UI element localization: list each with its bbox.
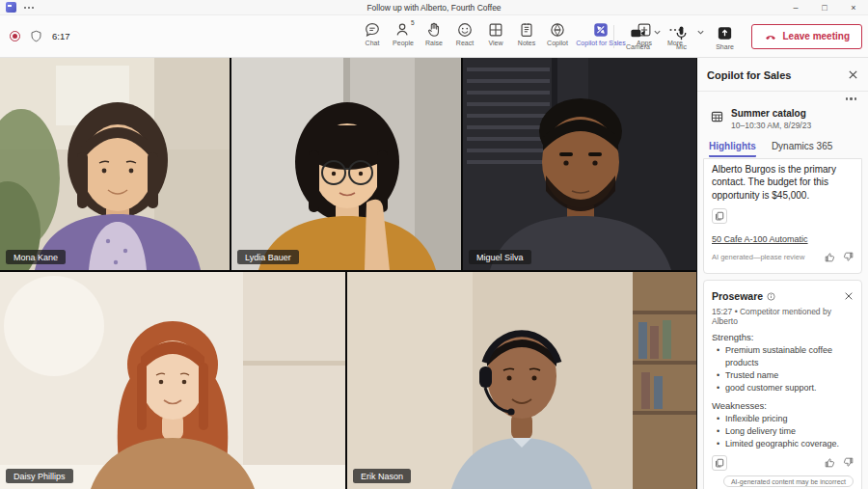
tab-dynamics-365[interactable]: Dynamics 365 (772, 141, 832, 157)
proseware-meta: 15:27 • Competitor mentioned by Alberto (712, 307, 854, 326)
share-label: Share (716, 43, 734, 50)
strengths-label: Strengths: (712, 332, 854, 342)
video-feed-illustration (0, 272, 345, 489)
meeting-timer: 6:17 (52, 31, 70, 41)
copy-button[interactable] (712, 455, 727, 471)
meeting-time: 10–10:30 AM, 8/29/23 (731, 121, 811, 130)
window-titlebar: Follow up with Alberto, Fourth Coffee – … (0, 0, 868, 15)
thumbs-up-icon[interactable] (825, 249, 835, 266)
opportunity-link[interactable]: 50 Cafe A-100 Automatic (712, 234, 808, 244)
view-grid-icon (487, 20, 505, 39)
notes-button[interactable]: Notes (511, 15, 542, 46)
list-item: Inflexible pricing (712, 413, 854, 425)
panel-title: Copilot for Sales (707, 69, 791, 81)
react-button[interactable]: React (449, 15, 480, 46)
proseware-title: Proseware (712, 290, 763, 302)
copilot-icon (549, 20, 567, 39)
strengths-list: Premium sustainable coffee products Trus… (712, 344, 854, 394)
video-tile-mona-kane[interactable]: Mona Kane (0, 58, 230, 270)
mic-icon (672, 24, 691, 42)
highlight-text: Alberto Burgos is the primary contact. T… (712, 163, 854, 203)
camera-options-chevron-icon[interactable] (653, 28, 662, 45)
chat-label: Chat (366, 40, 380, 46)
view-label: View (488, 40, 502, 46)
raise-label: Raise (425, 40, 443, 46)
leave-meeting-label: Leave meeting (783, 31, 850, 41)
leave-meeting-button[interactable]: Leave meeting (751, 24, 862, 49)
participant-nametag: Daisy Phillips (6, 469, 73, 483)
copilot-button[interactable]: Copilot (542, 15, 573, 46)
proseware-close-icon[interactable] (844, 287, 854, 305)
people-icon: 5 (394, 20, 413, 39)
chat-icon (364, 20, 382, 39)
tab-highlights[interactable]: Highlights (709, 141, 756, 157)
camera-button[interactable]: Camera (622, 23, 655, 50)
thumbs-down-icon[interactable] (843, 249, 854, 266)
shield-icon (27, 27, 45, 45)
share-button[interactable]: Share (709, 23, 742, 50)
participant-nametag: Lydia Bauer (237, 250, 299, 264)
panel-close-icon[interactable] (848, 67, 858, 84)
meeting-toolbar: 6:17 Chat 5 People Raise React (0, 15, 868, 58)
list-item: Trusted name (712, 369, 854, 382)
weaknesses-label: Weaknesses: (712, 400, 854, 411)
thumbs-down-icon[interactable] (843, 454, 854, 472)
participant-nametag: Erik Nason (353, 469, 411, 483)
video-tile-daisy-phillips[interactable]: Daisy Phillips (0, 272, 345, 489)
calendar-icon (711, 109, 723, 126)
raise-hand-icon (425, 20, 444, 39)
video-feed-illustration (463, 58, 696, 270)
ai-disclaimer-badge: AI-generated content may be incorrect (723, 475, 854, 487)
hang-up-icon (764, 30, 777, 43)
ai-generated-note: AI generated—please review (712, 253, 804, 261)
recording-indicator-icon (10, 31, 20, 41)
list-item: Premium sustainable coffee products (712, 344, 854, 369)
chat-button[interactable]: Chat (357, 15, 388, 46)
highlight-card: Alberto Burgos is the primary contact. T… (703, 158, 862, 274)
participant-nametag: Mona Kane (6, 250, 66, 264)
people-label: People (393, 40, 414, 46)
video-feed-illustration (0, 58, 230, 270)
video-tile-lydia-bauer[interactable]: Lydia Bauer (231, 58, 461, 270)
camera-label: Camera (626, 43, 650, 50)
proseware-card: Proseware 15:27 • Competitor mentioned b… (703, 280, 862, 489)
participant-nametag: Miguel Silva (469, 250, 531, 264)
view-button[interactable]: View (480, 15, 511, 46)
people-count-badge: 5 (411, 19, 415, 26)
list-item: Long delivery time (712, 425, 854, 438)
window-title: Follow up with Alberto, Fourth Coffee (0, 3, 868, 13)
people-button[interactable]: 5 People (388, 15, 419, 46)
video-tile-miguel-silva[interactable]: Miguel Silva (463, 58, 696, 270)
list-item: Limited geographic coverage. (712, 438, 854, 450)
notes-label: Notes (518, 40, 535, 46)
copy-button[interactable] (712, 208, 727, 224)
toolbar-divider (613, 25, 614, 48)
notes-icon (518, 20, 536, 39)
video-feed-illustration (231, 58, 461, 270)
weaknesses-list: Inflexible pricing Long delivery time Li… (712, 413, 854, 450)
thumbs-up-icon[interactable] (825, 454, 835, 472)
mic-label: Mic (676, 43, 687, 50)
react-smiley-icon (456, 20, 475, 39)
meeting-info: Summer catalog 10–10:30 AM, 8/29/23 (697, 102, 868, 134)
react-label: React (456, 40, 474, 46)
list-item: good customer support. (712, 382, 854, 394)
meeting-title: Summer catalog (731, 108, 811, 119)
copilot-for-sales-panel: Copilot for Sales Summer catalog 10–10:3… (696, 58, 868, 489)
mic-options-chevron-icon[interactable] (696, 28, 705, 45)
panel-more-icon[interactable] (846, 97, 857, 100)
raise-hand-button[interactable]: Raise (419, 15, 449, 46)
camera-icon (629, 24, 647, 42)
info-icon[interactable] (767, 287, 775, 305)
copilot-label: Copilot (547, 40, 568, 46)
video-grid: Mona Kane L (0, 58, 696, 489)
video-tile-erik-nason[interactable]: Erik Nason (347, 272, 696, 489)
share-screen-icon (716, 24, 734, 42)
video-feed-illustration (347, 272, 696, 489)
panel-tabs: Highlights Dynamics 365 (697, 134, 868, 157)
mic-button[interactable]: Mic (665, 23, 698, 50)
